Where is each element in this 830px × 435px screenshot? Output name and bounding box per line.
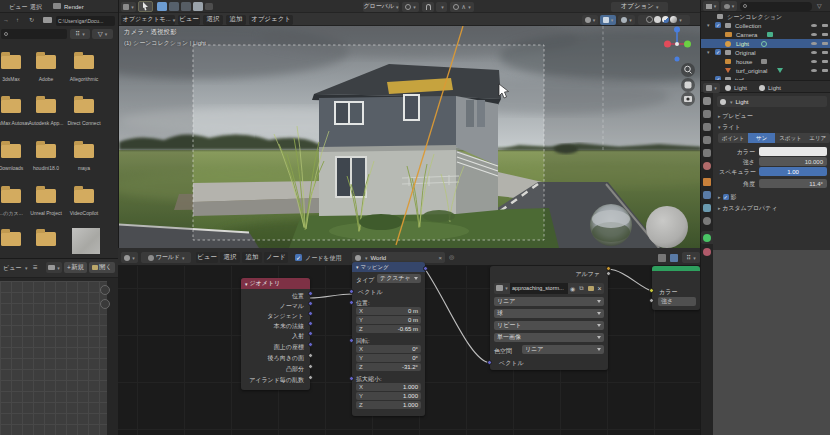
folder-label[interactable]: maya: [66, 165, 102, 171]
tool-icon-5[interactable]: [205, 3, 213, 10]
overlays-dropdown[interactable]: ▾: [600, 15, 616, 25]
unlink-image-button[interactable]: ×: [595, 283, 604, 294]
background-color-in[interactable]: [649, 288, 654, 293]
outliner-row-camera[interactable]: Camera: [701, 30, 830, 39]
viewport-menu-add[interactable]: 追加: [226, 15, 246, 25]
active-tool-button[interactable]: [138, 1, 153, 12]
mapping-vector-in[interactable]: [349, 289, 354, 294]
strength-field[interactable]: 10.000: [759, 157, 827, 166]
tab-render[interactable]: [703, 110, 711, 118]
tab-scene[interactable]: [703, 149, 711, 157]
eye-icon[interactable]: [811, 51, 817, 55]
tab-physics[interactable]: [703, 217, 711, 225]
folder-item[interactable]: [1, 144, 21, 158]
outliner-row-turf-original[interactable]: turf_original: [701, 66, 830, 75]
texture-image-icon-button[interactable]: ▾: [494, 283, 510, 294]
folder-item[interactable]: [36, 99, 56, 113]
mode-dropdown[interactable]: オブジェクトモ...▾: [121, 15, 175, 25]
folder-item[interactable]: [36, 144, 56, 158]
shading-rendered-icon[interactable]: [670, 16, 677, 23]
outliner-search[interactable]: [740, 2, 812, 11]
extension-dropdown[interactable]: リピート: [494, 321, 604, 330]
mapping-rot-in[interactable]: [349, 338, 354, 343]
node-menu-view[interactable]: ビュー: [196, 252, 218, 263]
viewport-scene[interactable]: [119, 26, 701, 248]
image-editor-canvas[interactable]: [0, 281, 107, 435]
mapping-loc-in[interactable]: [349, 300, 354, 305]
snapping-icon[interactable]: [658, 254, 666, 262]
folder-item[interactable]: [1, 189, 21, 203]
mapping-rot-y[interactable]: Y0°: [356, 354, 421, 362]
open-image-button[interactable]: [586, 283, 595, 294]
tab-modifiers[interactable]: [703, 191, 711, 199]
image-datablock-button[interactable]: ▾: [46, 262, 62, 273]
mapping-loc-z[interactable]: Z-0.65 m: [356, 325, 421, 333]
outliner-row-light[interactable]: Light: [701, 39, 830, 48]
render-visibility-icon[interactable]: [822, 60, 828, 64]
pan-icon[interactable]: [100, 299, 110, 309]
mapping-scale-y[interactable]: Y1.000: [356, 392, 421, 400]
tab-data-active[interactable]: [701, 231, 713, 244]
viewport-menu-select[interactable]: 選択: [203, 15, 223, 25]
specular-field[interactable]: 1.00: [759, 167, 827, 176]
folder-label[interactable]: Downloads: [0, 165, 29, 171]
light-type-spot[interactable]: スポット: [775, 133, 805, 143]
mapping-scale-z[interactable]: Z1.000: [356, 401, 421, 409]
mapping-loc-y[interactable]: Y0 m: [356, 316, 421, 324]
uv-select-menu[interactable]: 選択: [30, 4, 42, 10]
nav-forward-icon[interactable]: →: [3, 17, 9, 23]
shading-wireframe-icon[interactable]: [646, 16, 653, 23]
mapping-type-dropdown[interactable]: テクスチャ: [377, 274, 421, 283]
folder-item[interactable]: [1, 99, 21, 113]
image-view-menu[interactable]: ビュー ▾: [3, 265, 27, 271]
socket-position[interactable]: [308, 291, 313, 296]
source-dropdown[interactable]: 単一画像: [494, 333, 604, 342]
eye-icon[interactable]: [811, 60, 817, 64]
mapping-scale-in[interactable]: [349, 376, 354, 381]
tab-world[interactable]: [703, 162, 711, 170]
interpolation-dropdown[interactable]: リニア: [494, 297, 604, 306]
viewport-menu-object[interactable]: オブジェクト: [249, 15, 293, 25]
editor-type-button[interactable]: ▾: [121, 2, 136, 12]
breadcrumb-object-dropdown[interactable]: ▾: [703, 83, 720, 93]
mapping-loc-x[interactable]: X0 m: [356, 307, 421, 315]
nav-refresh-icon[interactable]: ↻: [29, 17, 34, 23]
socket-parametric[interactable]: [308, 342, 313, 347]
pivot-dropdown[interactable]: ▾: [402, 2, 419, 12]
folder-label[interactable]: 3dsMax Autosav: [0, 120, 29, 126]
shader-type-dropdown[interactable]: ワールド▾: [141, 252, 191, 263]
shadow-panel-header[interactable]: ▸ ✓ 影: [718, 194, 737, 200]
tab-output[interactable]: [703, 123, 711, 131]
breadcrumb-object-label[interactable]: Light: [734, 85, 747, 91]
node-editor-type-button[interactable]: ▾: [121, 252, 138, 263]
zoom-icon[interactable]: [100, 285, 110, 295]
folder-item[interactable]: [74, 55, 94, 69]
texture-image-name-field[interactable]: approaching_storm...: [510, 283, 568, 294]
node-menu-add[interactable]: 追加: [242, 252, 262, 263]
display-mode-button[interactable]: ⠿▾: [70, 29, 90, 39]
folder-label[interactable]: houdini18.0: [28, 165, 64, 171]
eye-icon[interactable]: [811, 33, 817, 37]
colorspace-dropdown[interactable]: リニア: [522, 345, 604, 354]
geometry-node[interactable]: ▾ジオメトリ 位置 ノーマル タンジェント 本来の法線 入射 面上の座標 後ろ向…: [241, 278, 310, 390]
tab-object[interactable]: [703, 178, 711, 186]
mapping-scale-x[interactable]: X1.000: [356, 383, 421, 391]
hamburger-icon[interactable]: ≡: [33, 264, 38, 272]
socket-normal[interactable]: [308, 301, 313, 306]
folder-label[interactable]: VideoCopilot: [66, 210, 102, 216]
folder-item[interactable]: [1, 232, 21, 246]
folder-item[interactable]: [74, 189, 94, 203]
eye-icon[interactable]: [811, 69, 817, 73]
light-name-field[interactable]: ▾ Light: [717, 96, 827, 107]
tool-icon-2[interactable]: [169, 2, 179, 11]
new-folder-icon[interactable]: [43, 17, 52, 23]
xray-dropdown[interactable]: ▾: [618, 15, 635, 25]
light-type-sun[interactable]: サン: [748, 133, 775, 143]
tab-tool[interactable]: [703, 97, 711, 105]
socket-tangent[interactable]: [308, 311, 313, 316]
geometry-node-header[interactable]: ▾ジオメトリ: [241, 278, 310, 289]
shading-modes-group[interactable]: ▾: [638, 15, 690, 25]
editor-options-dropdown[interactable]: ⠿▾: [682, 252, 700, 263]
image-new-button[interactable]: + 新規: [64, 262, 87, 273]
preview-panel-header[interactable]: ▸ プレビュー: [718, 113, 753, 119]
